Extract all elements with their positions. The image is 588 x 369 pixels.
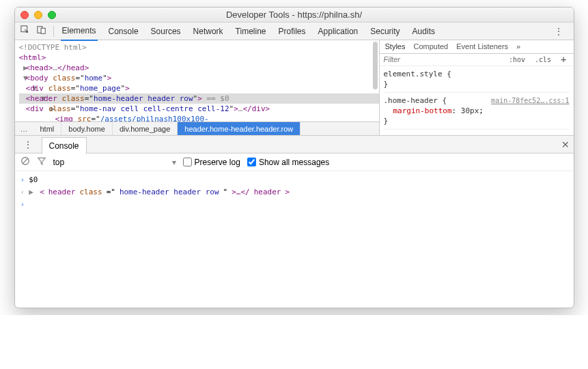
- device-icon[interactable]: [37, 25, 46, 37]
- dom-tree-panel[interactable]: <!DOCTYPE html> <html> ▶<head>…</head> ▼…: [15, 40, 379, 135]
- styletab-listeners[interactable]: Event Listeners: [456, 42, 508, 50]
- drawer-tab-console[interactable]: Console: [42, 137, 87, 154]
- crumb-div[interactable]: div.home_page: [113, 122, 178, 135]
- main-toolbar: Elements Console Sources Network Timelin…: [15, 23, 574, 40]
- filter-icon[interactable]: [37, 156, 46, 168]
- tab-application[interactable]: Application: [317, 23, 360, 40]
- crumb-body[interactable]: body.home: [61, 122, 113, 135]
- rule-element-style[interactable]: element.style {: [384, 69, 570, 79]
- breadcrumb: … html body.home div.home_page header.ho…: [15, 121, 379, 135]
- svg-rect-2: [41, 28, 45, 33]
- svg-line-4: [23, 159, 27, 164]
- styletab-more-icon[interactable]: »: [516, 42, 520, 50]
- more-icon[interactable]: ⋮: [550, 26, 568, 37]
- add-rule-icon[interactable]: +: [558, 54, 569, 65]
- console-prompt[interactable]: ›: [20, 198, 568, 211]
- styletab-computed[interactable]: Computed: [413, 42, 448, 50]
- hov-toggle[interactable]: :hov: [506, 55, 528, 64]
- tab-audits[interactable]: Audits: [411, 23, 436, 40]
- tab-elements[interactable]: Elements: [61, 22, 98, 41]
- dom-html[interactable]: <html>: [19, 53, 379, 63]
- breadcrumb-more[interactable]: …: [15, 125, 33, 133]
- tab-console[interactable]: Console: [107, 23, 140, 40]
- panel-tabs: Elements Console Sources Network Timelin…: [61, 22, 550, 41]
- clear-console-icon[interactable]: [20, 156, 30, 168]
- style-filter-input[interactable]: [384, 55, 502, 63]
- drawer-more-icon[interactable]: ⋮: [19, 139, 38, 150]
- console-drawer: ⋮ Console ✕ top▾ Preserve log Show all m…: [15, 136, 574, 308]
- console-line-1[interactable]: ›$0: [20, 174, 568, 186]
- context-selector[interactable]: top▾: [53, 158, 176, 167]
- close-drawer-icon[interactable]: ✕: [561, 139, 570, 150]
- preserve-log-checkbox[interactable]: Preserve log: [183, 158, 240, 167]
- console-line-2[interactable]: ‹▶<header class="home-header header row"…: [20, 186, 568, 198]
- dom-div1[interactable]: ▼<div class="home_page">: [19, 83, 379, 93]
- tab-security[interactable]: Security: [369, 23, 401, 40]
- cls-toggle[interactable]: .cls: [532, 55, 554, 64]
- crumb-html[interactable]: html: [33, 122, 62, 135]
- tab-sources[interactable]: Sources: [150, 23, 182, 40]
- scrollbar[interactable]: [373, 42, 378, 89]
- crumb-header[interactable]: header.home-header.header.row: [178, 122, 300, 135]
- rule-source-link[interactable]: main-78fec52….css:1: [491, 95, 569, 106]
- tab-network[interactable]: Network: [192, 23, 225, 40]
- dom-head[interactable]: ▶<head>…</head>: [19, 63, 379, 73]
- tab-profiles[interactable]: Profiles: [277, 23, 307, 40]
- dom-div2[interactable]: ▶<div class="home-nav cell cell-centre c…: [19, 104, 379, 114]
- rule-margin-bottom[interactable]: margin-bottom: 30px;: [384, 106, 570, 116]
- show-all-checkbox[interactable]: Show all messages: [247, 158, 329, 167]
- styles-panel: Styles Computed Event Listeners » :hov .…: [379, 40, 574, 135]
- inspect-icon[interactable]: [20, 25, 30, 37]
- style-rules[interactable]: element.style { } main-78fec52….css:1 .h…: [380, 66, 574, 135]
- dom-body[interactable]: ▼<body class="home">: [19, 73, 379, 83]
- styletab-styles[interactable]: Styles: [385, 42, 406, 50]
- dom-selected-header[interactable]: ▼<header class="home-header header row">…: [19, 93, 379, 104]
- tab-timeline[interactable]: Timeline: [234, 23, 268, 40]
- window-title: Developer Tools - https://philna.sh/: [15, 10, 574, 20]
- titlebar: Developer Tools - https://philna.sh/: [15, 8, 574, 23]
- dom-doctype[interactable]: <!DOCTYPE html>: [19, 42, 379, 53]
